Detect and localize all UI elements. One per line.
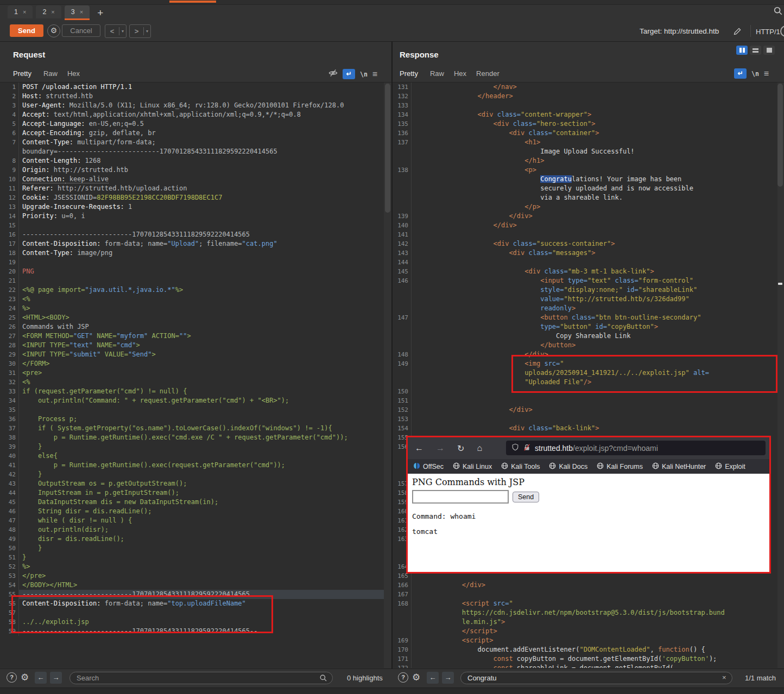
response-search-input[interactable]	[460, 672, 732, 684]
search-icon[interactable]	[773, 6, 783, 18]
line-number: 141	[393, 230, 412, 239]
tab-label: 1	[14, 8, 18, 16]
help-icon[interactable]: ?	[398, 672, 408, 683]
search-settings-gear-icon[interactable]: ⚙	[21, 672, 29, 683]
line-number	[393, 341, 412, 350]
line-number: 30	[0, 359, 19, 368]
chevron-down-icon[interactable]: ▾	[144, 29, 150, 34]
chevron-down-icon[interactable]: ▾	[119, 29, 126, 34]
jsp-send-button[interactable]: Send	[513, 492, 539, 502]
send-settings-gear-icon[interactable]: ⚙	[47, 24, 60, 37]
layout-rows-button[interactable]	[750, 46, 761, 55]
code-line: 136 <div class="container">	[393, 129, 777, 138]
editor-menu-icon[interactable]: ≡	[764, 69, 769, 79]
tracking-shield-icon[interactable]	[511, 443, 519, 453]
command-output: tomcat	[412, 527, 765, 536]
line-number: 150	[393, 387, 412, 396]
code-line: 152 </div>	[393, 405, 777, 415]
code-line: 139 </div>	[393, 212, 777, 221]
repeater-tab-1[interactable]: 1×	[8, 5, 33, 18]
prev-match-button[interactable]: ←	[35, 672, 47, 684]
request-editor[interactable]: 1POST /upload.action HTTP/1.12Host: stru…	[0, 82, 384, 668]
show-newlines-icon[interactable]: \n	[360, 71, 368, 78]
bookmark-kali-docs[interactable]: Kali Docs	[549, 462, 587, 471]
browser-reload-icon[interactable]: ↻	[457, 443, 464, 454]
code-line: 29<INPUT TYPE="submit" VALUE="Send">	[0, 350, 384, 359]
code-line: 16----------------------------1707012854…	[0, 230, 384, 239]
browser-home-icon[interactable]: ⌂	[477, 443, 482, 453]
globe-icon	[501, 462, 508, 471]
request-search-input[interactable]	[69, 672, 333, 684]
bookmark-kali-linux[interactable]: Kali Linux	[453, 462, 492, 471]
send-button[interactable]: Send	[10, 24, 43, 37]
browser-back-icon[interactable]: ←	[415, 443, 423, 453]
request-tab-raw[interactable]: Raw	[43, 68, 67, 82]
bookmark-kali-forums[interactable]: Kali Forums	[597, 462, 643, 471]
bookmark-label: Kali NetHunter	[662, 463, 706, 470]
line-number: 25	[0, 313, 19, 322]
response-tab-hex[interactable]: Hex	[454, 68, 476, 82]
response-tab-pretty[interactable]: Pretty	[400, 68, 420, 84]
browser-url-bar[interactable]: strutted.htb/exploit.jsp?cmd=whoami	[506, 441, 766, 455]
next-match-button[interactable]: →	[50, 672, 62, 684]
line-number: 148	[393, 350, 412, 359]
code-line: 153	[393, 415, 777, 424]
word-wrap-toggle-icon[interactable]: ↵	[734, 68, 747, 79]
response-tab-raw[interactable]: Raw	[430, 68, 454, 82]
code-line: 131 </nav>	[393, 82, 777, 92]
code-line: 140 </div>	[393, 221, 777, 230]
line-number: 149	[393, 359, 412, 368]
response-scrollbar[interactable]	[777, 84, 783, 187]
code-line: 6Accept-Encoding: gzip, deflate, br	[0, 129, 384, 138]
tab-close-icon[interactable]: ×	[51, 9, 54, 15]
bookmark-offsec[interactable]: OffSec	[413, 462, 444, 471]
search-settings-gear-icon[interactable]: ⚙	[412, 672, 420, 683]
layout-columns-button[interactable]	[736, 46, 748, 55]
repeater-tab-2[interactable]: 2×	[36, 5, 61, 18]
cmd-input[interactable]	[412, 490, 509, 504]
bookmark-label: Exploit	[725, 463, 745, 470]
jsp-shell-form: Send	[412, 490, 765, 504]
hide-nonprintable-eye-icon[interactable]	[328, 68, 338, 80]
next-match-button[interactable]: →	[442, 672, 454, 684]
line-number: 29	[0, 350, 19, 359]
prev-match-button[interactable]: ←	[427, 672, 439, 684]
tab-close-icon[interactable]: ×	[80, 9, 83, 15]
insecure-lock-icon[interactable]	[523, 443, 530, 453]
code-line: 9Origin: http://strutted.htb	[0, 165, 384, 175]
bookmark-exploit[interactable]: Exploit	[715, 462, 745, 471]
repeater-tab-3[interactable]: 3×	[65, 5, 90, 20]
code-line: 23<%	[0, 295, 384, 304]
add-tab-button[interactable]: +	[97, 7, 103, 19]
request-tab-hex[interactable]: Hex	[67, 68, 90, 82]
edit-target-pencil-icon[interactable]	[733, 27, 742, 38]
bookmark-kali-tools[interactable]: Kali Tools	[501, 462, 540, 471]
http-version-label[interactable]: HTTP/1	[756, 28, 780, 36]
code-line: 142 <div class="success-container">	[393, 239, 777, 249]
annotation-box-img-src	[511, 355, 777, 393]
show-newlines-icon[interactable]: \n	[751, 70, 759, 78]
history-forward-button[interactable]: > ▾	[129, 24, 151, 38]
clear-search-icon[interactable]: ×	[722, 673, 726, 682]
cancel-button[interactable]: Cancel	[62, 24, 100, 37]
help-icon[interactable]: ?	[7, 672, 17, 683]
line-number	[393, 368, 412, 378]
code-line: 145 <div class="mb-3 mt-1 back-link">	[393, 267, 777, 276]
request-scrollbar[interactable]	[385, 84, 390, 213]
line-number: 32	[0, 378, 19, 387]
history-back-button[interactable]: < ▾	[105, 24, 127, 38]
browser-forward-icon[interactable]: →	[436, 443, 445, 453]
bookmark-kali-nethunter[interactable]: Kali NetHunter	[652, 462, 706, 471]
code-line: 133	[393, 101, 777, 110]
editor-menu-icon[interactable]: ≡	[372, 69, 377, 79]
code-line: 167	[393, 590, 777, 599]
request-tab-pretty[interactable]: Pretty	[13, 68, 34, 84]
line-number: 6	[0, 129, 19, 138]
response-tab-render[interactable]: Render	[476, 68, 509, 82]
word-wrap-toggle-icon[interactable]: ↵	[343, 69, 355, 79]
page-title: PNG Commands with JSP	[412, 477, 765, 487]
tab-close-icon[interactable]: ×	[23, 9, 26, 15]
layout-single-button[interactable]	[763, 46, 775, 55]
repeater-toolbar: Send ⚙ Cancel < ▾ > ▾ Target: http://str…	[0, 21, 784, 42]
help-icon[interactable]	[780, 26, 784, 37]
